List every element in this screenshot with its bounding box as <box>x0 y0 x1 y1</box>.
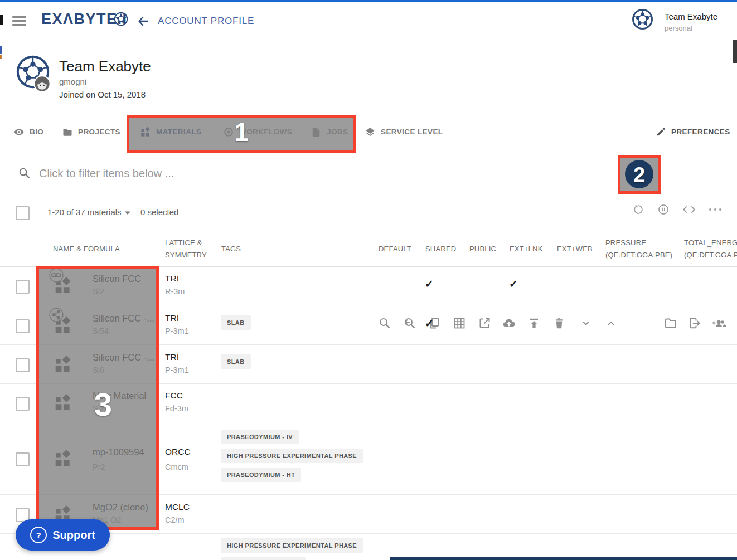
column-public[interactable]: PUBLIC <box>469 245 496 253</box>
horizontal-scrollbar[interactable] <box>390 557 737 560</box>
list-controls: 1-20 of 37 materials 0 selected <box>0 193 737 230</box>
column-ext-lnk[interactable]: EXT+LNK <box>510 245 543 253</box>
symmetry-group: C2/m <box>165 515 185 524</box>
row-checkbox[interactable] <box>16 319 30 333</box>
profile-username: gmogni <box>59 77 86 86</box>
profile-joined-date: Joined on Oct 15, 2018 <box>59 90 146 99</box>
page-title: ACCOUNT PROFILE <box>158 16 254 27</box>
back-arrow-icon[interactable] <box>135 14 151 28</box>
lattice-type: TRI <box>165 352 179 362</box>
pagination-caret-icon[interactable] <box>124 210 132 216</box>
tab-preferences[interactable]: PREFERENCES <box>656 114 730 149</box>
selected-count-label: 0 selected <box>140 207 178 217</box>
tag-chip: HIGH PRESSURE EXPERIMENTAL PHASE <box>221 538 363 553</box>
column-total-energy-line2[interactable]: (QE:DFT:GGA:PBE) <box>684 251 737 259</box>
account-type: personal <box>665 24 692 32</box>
row-checkbox[interactable] <box>16 452 30 466</box>
row-checkbox[interactable] <box>16 397 30 411</box>
account-avatar[interactable] <box>631 8 654 31</box>
pause-circle-icon[interactable] <box>657 203 670 216</box>
folder-icon <box>62 126 73 138</box>
screen-edge-artifact <box>0 46 2 54</box>
question-mark-icon: ? <box>30 527 47 543</box>
tag-chip: HIGH PRESSURE EXPERIMENTAL PHASE <box>221 449 363 463</box>
column-lattice[interactable]: LATTICE & <box>165 238 202 247</box>
annotation-marker-1: 1 <box>127 117 356 147</box>
profile-face-badge-icon <box>33 75 51 92</box>
row-checkbox[interactable] <box>16 280 30 294</box>
tag-chip: PRASEODYMIUM - IV <box>221 430 299 444</box>
shared-checkmark: ✓ <box>425 277 434 290</box>
annotation-marker-3: 3 <box>84 386 123 423</box>
tag-chip: PRASEODYMIUM - HT <box>221 468 301 482</box>
support-button[interactable]: ? Support <box>16 519 110 551</box>
account-profile-page: EXΛBYTE.I ACCOUNT PROFILE Team Ex <box>0 0 737 560</box>
screen-edge-artifact <box>733 40 737 63</box>
column-lattice-line2[interactable]: SYMMETRY <box>165 251 207 259</box>
refresh-icon[interactable] <box>632 203 644 216</box>
lattice-type: TRI <box>165 313 179 323</box>
table-row[interactable]: HIGH PRESSURE EXPERIMENTAL PHASE <box>0 533 737 560</box>
ext-lnk-checkmark: ✓ <box>509 277 518 290</box>
column-shared[interactable]: SHARED <box>425 245 456 253</box>
tab-service-level[interactable]: SERVICE LEVEL <box>365 114 443 149</box>
column-tags[interactable]: TAGS <box>221 245 241 253</box>
symmetry-group: R-3m <box>165 287 185 296</box>
eye-icon <box>13 126 25 138</box>
column-default[interactable]: DEFAULT <box>379 245 411 253</box>
symmetry-group: P-3m1 <box>165 366 189 374</box>
more-horiz-icon[interactable] <box>708 207 723 212</box>
layers-icon <box>365 126 376 138</box>
column-total-energy[interactable]: TOTAL_ENERGY <box>684 238 737 247</box>
column-pressure-line2[interactable]: (QE:DFT:GGA:PBE) <box>605 251 672 259</box>
shared-checkmark: ✓ <box>425 317 434 330</box>
row-checkbox[interactable] <box>16 358 30 372</box>
table-header: NAME & FORMULA LATTICE & SYMMETRY TAGS D… <box>0 230 737 267</box>
profile-name: Team Exabyte <box>59 58 151 75</box>
lattice-type: ORCC <box>165 447 191 457</box>
account-name[interactable]: Team Exabyte <box>665 12 717 21</box>
lattice-type: MCLC <box>165 502 190 512</box>
select-all-checkbox[interactable] <box>16 206 30 220</box>
tab-projects[interactable]: PROJECTS <box>62 114 120 149</box>
code-icon[interactable] <box>682 204 696 215</box>
tag-chip: SLAB <box>221 354 251 369</box>
symmetry-group: Fd-3m <box>165 404 188 413</box>
filter-input[interactable]: Click to filter items below ... <box>39 167 174 180</box>
exabyte-ball-icon <box>114 12 128 26</box>
profile-section: Team Exabyte gmogni Joined on Oct 15, 20… <box>0 36 737 114</box>
pagination-label[interactable]: 1-20 of 37 materials <box>47 207 122 217</box>
column-ext-web[interactable]: EXT+WEB <box>557 245 593 253</box>
profile-tabs: BIO PROJECTS MATERIALS <box>0 114 737 150</box>
lattice-type: TRI <box>165 274 179 284</box>
screen-edge-artifact <box>0 55 2 59</box>
app-bar: EXΛBYTE.I ACCOUNT PROFILE Team Ex <box>0 2 737 36</box>
support-label: Support <box>52 529 95 542</box>
column-name-formula[interactable]: NAME & FORMULA <box>53 245 120 253</box>
annotation-marker-2: 2 <box>625 163 653 187</box>
pencil-icon <box>656 126 666 137</box>
menu-icon[interactable] <box>12 14 26 28</box>
lattice-type: FCC <box>165 391 183 401</box>
tag-chip-partial <box>221 557 306 560</box>
symmetry-group: Cmcm <box>165 462 188 471</box>
screen-edge-artifact <box>0 15 3 25</box>
column-pressure[interactable]: PRESSURE <box>605 238 646 247</box>
symmetry-group: P-3m1 <box>165 327 189 335</box>
search-icon <box>18 167 31 179</box>
tab-bio[interactable]: BIO <box>13 114 43 149</box>
tag-chip: SLAB <box>221 315 251 330</box>
